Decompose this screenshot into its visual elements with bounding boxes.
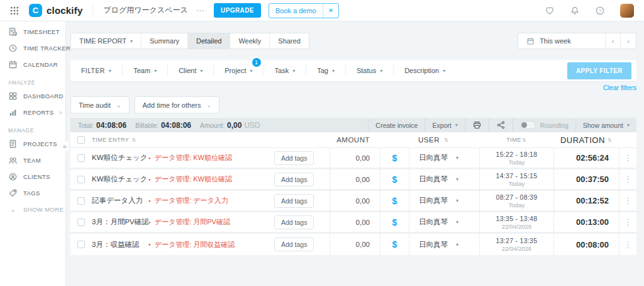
clear-filters-link[interactable]: Clear filters [603, 84, 636, 93]
show-amount-dropdown[interactable]: Show amount ▾ [575, 118, 636, 132]
time-range-cell[interactable]: 13:35 - 13:48 22/04/2026 [479, 212, 553, 232]
time-audit-label: Time audit [79, 101, 111, 109]
apps-grid-icon[interactable] [10, 6, 19, 15]
column-header-user[interactable]: USER ⇅ [409, 132, 479, 147]
column-header-duration[interactable]: DURATION ⇅ [553, 132, 619, 147]
user-select[interactable]: 日向真琴 ▾ [409, 234, 479, 255]
time-range-cell[interactable]: 14:37 - 15:15 Today [479, 169, 553, 189]
sidebar-item-calendar[interactable]: CALENDAR [0, 56, 65, 72]
book-demo-label[interactable]: Book a demo [269, 7, 323, 14]
filter-description[interactable]: Description ▾ [394, 66, 456, 76]
prev-week-button[interactable]: ‹ [606, 33, 621, 49]
project-task-link[interactable]: ● データ管理: 月間PV確認 [148, 217, 230, 227]
user-avatar[interactable] [620, 4, 634, 18]
time-audit-dropdown[interactable]: Time audit ⌄ [70, 96, 130, 113]
billable-toggle[interactable]: $ [380, 191, 409, 210]
time-range-cell[interactable]: 15:22 - 18:18 Today [479, 148, 553, 168]
next-week-button[interactable]: › [621, 33, 636, 49]
sidebar-item-dashboard[interactable]: DASHBOARD [0, 88, 65, 104]
date-range-button[interactable]: This week [518, 33, 606, 49]
column-header-time[interactable]: TIME ⇅ [479, 132, 553, 147]
row-menu-button[interactable]: ⋮ [619, 234, 636, 255]
export-dropdown[interactable]: Export ▾ [425, 118, 464, 132]
share-icon[interactable] [489, 118, 513, 132]
time-entry-description[interactable]: 記事データ入力 [92, 196, 148, 205]
row-menu-button[interactable]: ⋮ [619, 148, 636, 168]
add-tags-button[interactable]: Add tags [274, 215, 314, 229]
filter-task[interactable]: Task ▾ [264, 66, 307, 76]
time-entry-description[interactable]: KW順位チェック [92, 153, 148, 163]
project-task-link[interactable]: ● データ管理: KW順位確認 [148, 153, 232, 163]
filter-status[interactable]: Status ▾ [346, 66, 394, 76]
column-header-time-entry[interactable]: TIME ENTRY ⇅ [92, 132, 273, 147]
user-select[interactable]: 日向真琴 ▾ [409, 148, 479, 168]
sidebar-item-team[interactable]: TEAM [0, 152, 65, 168]
tab-weekly[interactable]: Weekly [230, 33, 270, 49]
user-select[interactable]: 日向真琴 ▾ [409, 212, 479, 232]
row-checkbox[interactable] [77, 176, 85, 183]
project-task-link[interactable]: ● データ管理: データ入力 [148, 196, 228, 205]
apply-filter-button[interactable]: APPLY FILTER [567, 62, 631, 79]
duration-value: 02:56:24 [553, 148, 619, 168]
sidebar-show-more[interactable]: ⌄ SHOW MORE [0, 201, 65, 217]
row-checkbox[interactable] [77, 154, 85, 162]
notifications-bell-icon[interactable] [570, 6, 580, 16]
upgrade-button[interactable]: UPGRADE [214, 3, 261, 18]
book-demo-button[interactable]: Book a demo ✕ [269, 3, 339, 18]
clockify-logo[interactable]: C clockify [29, 4, 82, 17]
rounding-toggle[interactable] [520, 121, 536, 129]
billable-toggle[interactable]: $ [380, 234, 409, 255]
sidebar-item-time-tracker[interactable]: TIME TRACKER [0, 40, 65, 56]
tab-shared[interactable]: Shared [270, 33, 308, 49]
billable-toggle[interactable]: $ [380, 148, 409, 168]
print-icon[interactable] [465, 118, 489, 132]
project-task-link[interactable]: ● データ管理: KW順位確認 [148, 174, 232, 184]
time-range-cell[interactable]: 13:27 - 13:35 22/04/2026 [479, 234, 553, 255]
row-checkbox[interactable] [77, 197, 85, 205]
sidebar-item-clients[interactable]: CLIENTS [0, 168, 65, 185]
topbar-divider [92, 4, 93, 17]
row-menu-button[interactable]: ⋮ [619, 169, 636, 189]
sidebar-collapse-icon[interactable]: « [61, 142, 69, 151]
row-checkbox[interactable] [77, 219, 85, 226]
whats-new-icon[interactable] [545, 6, 555, 16]
close-icon[interactable]: ✕ [323, 4, 338, 18]
add-tags-button[interactable]: Add tags [274, 173, 314, 186]
add-tags-button[interactable]: Add tags [274, 237, 314, 251]
time-entry-description[interactable]: 3月：収益確認 [92, 240, 148, 249]
filter-project[interactable]: Project ▾ 1 [214, 66, 264, 76]
filter-tag[interactable]: Tag ▾ [306, 66, 346, 76]
filter-menu[interactable]: FILTER ▾ [70, 66, 123, 76]
calendar-icon [526, 37, 535, 45]
tab-detailed[interactable]: Detailed [188, 33, 230, 49]
row-menu-button[interactable]: ⋮ [619, 212, 636, 232]
billable-toggle[interactable]: $ [380, 212, 409, 232]
user-select[interactable]: 日向真琴 ▾ [409, 191, 479, 210]
select-all-checkbox[interactable] [77, 136, 85, 144]
filter-team[interactable]: Team ▾ [123, 66, 168, 76]
column-header-amount[interactable]: AMOUNT [330, 132, 380, 147]
sort-icon: ⇅ [444, 137, 448, 143]
create-invoice-button[interactable]: Create invoice [368, 118, 425, 132]
sidebar-item-tags[interactable]: TAGS [0, 185, 65, 201]
filter-client[interactable]: Client ▾ [168, 66, 214, 76]
time-report-menu[interactable]: TIME REPORT ▾ [71, 33, 142, 49]
workspace-name[interactable]: ブログ用ワークスペース [103, 5, 187, 16]
time-entry-description[interactable]: KW順位チェック [92, 174, 148, 184]
add-time-for-others-dropdown[interactable]: Add time for others ⌄ [135, 96, 219, 113]
user-select[interactable]: 日向真琴 ▾ [409, 169, 479, 189]
add-tags-button[interactable]: Add tags [274, 194, 314, 208]
sidebar-item-timesheet[interactable]: TIMESHEET [0, 23, 65, 40]
row-checkbox[interactable] [77, 241, 85, 248]
sidebar-item-reports[interactable]: REPORTS › [0, 104, 65, 120]
add-tags-button[interactable]: Add tags [274, 151, 314, 165]
sidebar-item-projects[interactable]: PROJECTS [0, 135, 65, 152]
project-task-link[interactable]: ● データ管理: 月間収益確認 [148, 240, 235, 249]
tab-summary[interactable]: Summary [142, 33, 188, 49]
billable-toggle[interactable]: $ [380, 169, 409, 189]
help-icon[interactable]: ? [595, 6, 605, 16]
time-range-cell[interactable]: 08:27 - 08:39 Today [479, 191, 553, 210]
row-menu-button[interactable]: ⋮ [619, 191, 636, 210]
workspace-more-icon[interactable]: ••• [197, 8, 205, 13]
time-entry-description[interactable]: 3月：月間PV確認 [92, 217, 148, 227]
